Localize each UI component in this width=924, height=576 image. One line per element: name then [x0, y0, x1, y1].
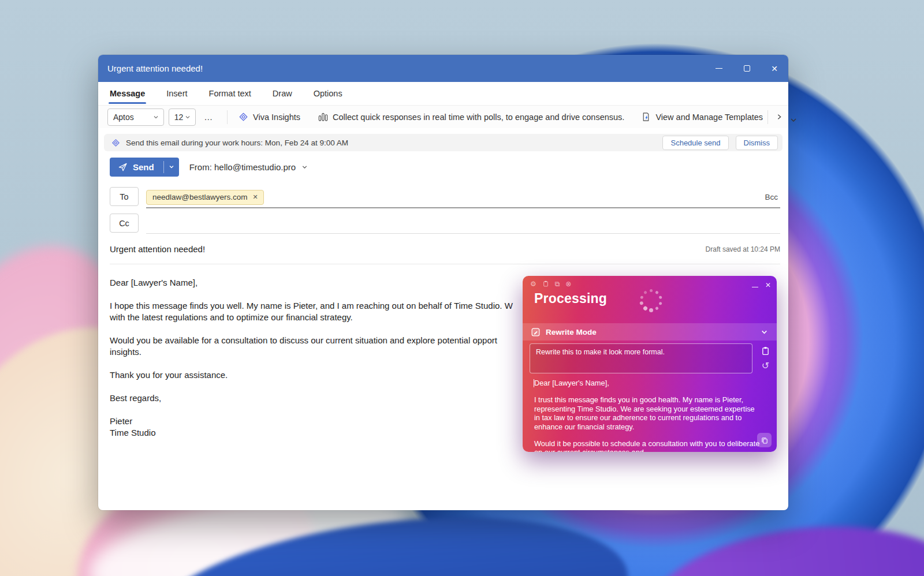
chevron-right-icon [776, 113, 783, 121]
paragraph: Would it be possible to schedule a consu… [534, 439, 761, 452]
tab-options[interactable]: Options [314, 89, 342, 98]
template-document-icon [640, 111, 651, 122]
loading-spinner-icon [639, 289, 662, 312]
popup-close-icon[interactable]: ✕ [765, 281, 771, 289]
titlebar[interactable]: Urgent attention needed! ✕ [98, 55, 788, 82]
copy-icon[interactable]: ⧉ [555, 280, 560, 287]
viva-insights-icon [111, 138, 121, 148]
maximize-button[interactable] [733, 55, 761, 82]
chevron-down-icon[interactable] [789, 116, 798, 124]
chevron-down-icon[interactable] [760, 328, 769, 336]
chevron-down-icon [301, 163, 308, 171]
ribbon-tabs: Message Insert Format text Draw Options [98, 82, 788, 105]
to-button[interactable]: To [110, 187, 139, 206]
send-button[interactable]: Send [110, 158, 163, 177]
popup-header-icons: ⚙ ⧉ ⊗ [530, 280, 571, 287]
font-name-select[interactable]: Aptos [107, 109, 164, 126]
cc-row: Cc [110, 214, 780, 234]
viva-insights-icon [238, 111, 249, 122]
send-icon [117, 162, 128, 173]
viva-insights-button[interactable]: Viva Insights [233, 111, 305, 122]
paragraph: Dear [Lawyer's Name], [534, 379, 761, 387]
mode-label: Rewrite Mode [546, 328, 755, 336]
send-options-dropdown[interactable] [164, 158, 179, 177]
undo-icon[interactable]: ↺ [762, 361, 769, 371]
subject-row: Urgent attention needed! Draft saved at … [110, 234, 780, 264]
templates-button[interactable]: View and Manage Templates [636, 111, 767, 122]
from-selector[interactable]: From: hello@timestudio.pro [189, 162, 308, 172]
text-cursor [534, 379, 535, 387]
to-field[interactable]: needlaw@bestlawyers.com ✕ Bcc [146, 187, 780, 208]
dismiss-button[interactable]: Dismiss [736, 136, 778, 150]
draft-status: Draft saved at 10:24 PM [706, 245, 780, 253]
prompt-input[interactable]: Rewrite this to make it look more formal… [530, 343, 752, 373]
gear-icon[interactable]: ⚙ [530, 280, 536, 287]
schedule-suggestion-banner: Send this email during your work hours: … [104, 134, 783, 151]
subject-input[interactable]: Urgent attention needed! [110, 244, 706, 254]
cc-field[interactable] [146, 214, 780, 234]
maximize-icon [744, 65, 750, 72]
recipient-chip[interactable]: needlaw@bestlawyers.com ✕ [146, 190, 264, 205]
minimize-button[interactable] [705, 55, 733, 82]
toolbar-separator [227, 110, 228, 124]
send-split-button: Send [110, 158, 179, 177]
minimize-icon [716, 68, 722, 69]
tab-format-text[interactable]: Format text [209, 89, 251, 98]
cc-button[interactable]: Cc [110, 214, 139, 233]
ai-output-text: Dear [Lawyer's Name],I trust this messag… [534, 379, 761, 452]
prompt-side-actions: ↺ [761, 346, 770, 371]
toolbar-overflow-button[interactable] [774, 109, 785, 126]
tab-insert[interactable]: Insert [166, 89, 187, 98]
remove-recipient-icon[interactable]: ✕ [253, 193, 258, 201]
to-row: To needlaw@bestlawyers.com ✕ Bcc [110, 187, 780, 209]
chevron-down-icon [184, 114, 191, 121]
close-button[interactable]: ✕ [761, 55, 788, 82]
poll-bars-icon [318, 111, 329, 122]
chevron-down-icon [152, 114, 159, 121]
close-icon: ✕ [771, 65, 778, 73]
chevron-down-icon [168, 163, 175, 170]
tab-draw[interactable]: Draw [273, 89, 292, 98]
paragraph: I trust this message finds you in good h… [534, 395, 761, 431]
popup-title: Processing [534, 291, 607, 306]
font-size-select[interactable]: 12 [169, 109, 196, 126]
ai-assistant-popup: ⚙ ⧉ ⊗ ✕ Processing Rewrite Mode Rewrite … [523, 276, 777, 452]
rewrite-mode-bar[interactable]: Rewrite Mode [523, 323, 777, 341]
close-circle-icon[interactable]: ⊗ [565, 280, 571, 287]
banner-text: Send this email during your work hours: … [126, 139, 655, 147]
copy-icon [761, 436, 769, 444]
window-title: Urgent attention needed! [107, 63, 705, 73]
toolbar-separator [767, 110, 768, 124]
paste-icon[interactable] [761, 346, 770, 356]
popup-window-controls: ✕ [752, 281, 771, 289]
more-formatting-button[interactable]: … [196, 112, 221, 122]
tab-message[interactable]: Message [110, 89, 145, 98]
popup-minimize-icon[interactable] [752, 287, 758, 287]
schedule-send-button[interactable]: Schedule send [662, 136, 728, 150]
copy-output-button[interactable] [757, 433, 772, 447]
bcc-toggle[interactable]: Bcc [762, 193, 780, 201]
send-row: Send From: hello@timestudio.pro [110, 157, 777, 177]
polls-button[interactable]: Collect quick responses in real time wit… [313, 111, 629, 122]
pencil-square-icon [531, 327, 541, 337]
paste-icon[interactable] [542, 280, 549, 287]
ribbon-toolbar: Aptos 12 … Viva Insights Collect quick r… [98, 105, 788, 128]
